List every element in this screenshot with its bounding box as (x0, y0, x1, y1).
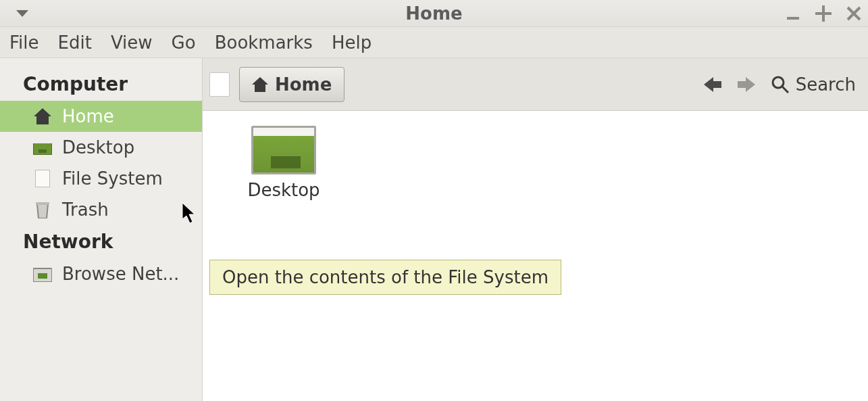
sidebar-item-label: Home (62, 106, 114, 126)
sidebar-item-home[interactable]: Home (0, 101, 202, 132)
menu-bookmarks[interactable]: Bookmarks (215, 32, 313, 53)
search-button[interactable]: Search (771, 74, 856, 95)
menu-file[interactable]: File (9, 32, 39, 53)
svg-line-18 (782, 87, 788, 93)
sidebar-item-browse-network[interactable]: Browse Net... (0, 258, 202, 289)
main-pane: Home Search Desktop Open the cont (203, 58, 868, 401)
document-icon (32, 170, 53, 187)
file-view[interactable]: Desktop Open the contents of the File Sy… (203, 111, 868, 401)
svg-rect-13 (38, 273, 47, 279)
menu-view[interactable]: View (111, 32, 153, 53)
svg-rect-9 (39, 149, 47, 153)
home-icon (32, 108, 53, 125)
sidebar-heading-computer: Computer (0, 68, 202, 101)
search-icon (771, 76, 789, 93)
home-icon (252, 77, 268, 92)
location-toolbar: Home Search (203, 58, 868, 111)
menu-help[interactable]: Help (332, 32, 372, 53)
menu-go[interactable]: Go (172, 32, 196, 53)
title-bar: Home (0, 0, 868, 27)
sidebar-item-label: File System (62, 168, 163, 189)
file-item-label: Desktop (247, 180, 320, 200)
back-button[interactable] (704, 77, 721, 92)
search-label: Search (796, 74, 856, 95)
sidebar-heading-network: Network (0, 225, 202, 258)
sidebar-item-file-system[interactable]: File System (0, 163, 202, 194)
chevron-down-icon (16, 10, 28, 17)
menu-bar: File Edit View Go Bookmarks Help (0, 27, 868, 58)
forward-button[interactable] (738, 77, 755, 92)
titlebar-menu-button[interactable] (12, 3, 32, 24)
tooltip: Open the contents of the File System (209, 260, 561, 295)
sidebar-item-label: Desktop (62, 137, 134, 158)
minimize-button[interactable] (786, 6, 800, 21)
svg-rect-10 (35, 170, 50, 187)
svg-point-17 (773, 77, 784, 88)
maximize-icon (815, 5, 832, 22)
breadcrumb-label: Home (275, 74, 332, 95)
desktop-folder-icon (251, 126, 316, 174)
arrow-right-icon (738, 77, 755, 92)
sidebar-item-trash[interactable]: Trash (0, 194, 202, 225)
network-icon (32, 265, 53, 283)
svg-marker-0 (16, 10, 28, 17)
sidebar-item-label: Trash (62, 199, 109, 220)
svg-marker-6 (34, 108, 51, 124)
svg-rect-3 (815, 12, 832, 15)
arrow-left-icon (704, 77, 721, 92)
window-title: Home (405, 3, 462, 24)
breadcrumb-home-button[interactable]: Home (239, 67, 344, 102)
file-item-desktop[interactable]: Desktop (230, 126, 338, 200)
close-button[interactable] (846, 6, 861, 21)
maximize-button[interactable] (815, 5, 832, 22)
sidebar-item-desktop[interactable]: Desktop (0, 132, 202, 163)
svg-rect-11 (36, 202, 49, 205)
sidebar: Computer Home Desktop File System Trash (0, 58, 203, 401)
desktop-icon (32, 139, 53, 156)
sidebar-item-label: Browse Net... (62, 264, 179, 284)
path-doc-icon (209, 72, 230, 97)
menu-edit[interactable]: Edit (58, 32, 92, 53)
close-icon (846, 6, 861, 21)
svg-marker-15 (704, 77, 721, 92)
svg-marker-14 (252, 77, 268, 92)
svg-rect-1 (787, 17, 799, 20)
svg-marker-16 (738, 77, 755, 92)
trash-icon (32, 201, 53, 218)
minimize-icon (786, 6, 800, 21)
svg-rect-8 (33, 140, 52, 143)
